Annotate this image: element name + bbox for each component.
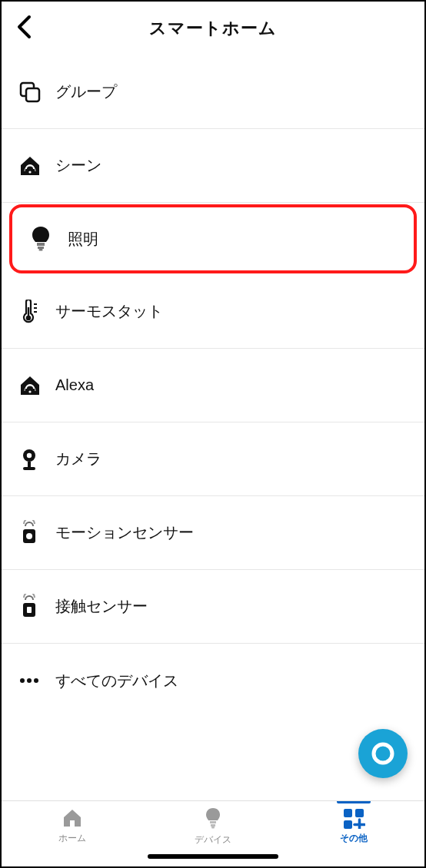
- alexa-home-icon: [18, 375, 55, 396]
- svg-rect-15: [23, 467, 35, 470]
- chevron-left-icon: [15, 15, 32, 39]
- svg-rect-1: [26, 88, 39, 101]
- menu-item-thermostat[interactable]: サーモスタット: [2, 275, 424, 349]
- menu-item-label: カメラ: [55, 449, 102, 469]
- alexa-voice-button[interactable]: [358, 729, 408, 778]
- svg-point-21: [27, 678, 32, 683]
- grid-plus-icon: [342, 807, 365, 829]
- bottom-nav-label: デバイス: [195, 833, 231, 846]
- menu-list: グループ シーン 照明 サーモスタット Alexa: [2, 55, 424, 800]
- svg-rect-27: [344, 809, 352, 817]
- menu-item-camera[interactable]: カメラ: [2, 422, 424, 496]
- page-title: スマートホーム: [149, 17, 277, 40]
- menu-item-label: グループ: [55, 81, 117, 102]
- svg-point-23: [374, 744, 392, 763]
- menu-item-lights[interactable]: 照明: [9, 204, 417, 273]
- bottom-nav-label: その他: [340, 832, 368, 845]
- scene-icon: [18, 155, 55, 177]
- svg-point-11: [28, 390, 31, 393]
- menu-item-contact[interactable]: 接触センサー: [2, 570, 424, 644]
- bottom-nav-devices[interactable]: デバイス: [167, 807, 259, 846]
- svg-point-22: [34, 678, 38, 683]
- device-bulb-icon: [205, 807, 221, 830]
- svg-point-2: [28, 171, 31, 173]
- menu-item-label: 照明: [68, 229, 98, 250]
- svg-point-17: [26, 533, 32, 539]
- active-indicator: [337, 801, 371, 803]
- svg-rect-28: [355, 809, 364, 817]
- bottom-nav-label: ホーム: [58, 832, 86, 845]
- back-button[interactable]: [15, 15, 32, 42]
- svg-rect-26: [211, 827, 215, 829]
- svg-rect-29: [344, 820, 352, 829]
- svg-rect-5: [39, 249, 43, 251]
- menu-item-label: 接触センサー: [55, 596, 148, 617]
- svg-rect-4: [38, 247, 44, 249]
- svg-point-13: [27, 452, 32, 457]
- menu-item-motion[interactable]: モーションセンサー: [2, 496, 424, 570]
- menu-item-groups[interactable]: グループ: [2, 55, 424, 129]
- menu-item-all-devices[interactable]: すべてのデバイス: [2, 644, 424, 717]
- svg-rect-24: [210, 821, 216, 823]
- menu-item-label: すべてのデバイス: [55, 671, 178, 691]
- more-icon: [18, 677, 55, 684]
- menu-item-label: Alexa: [55, 376, 94, 394]
- camera-icon: [18, 447, 55, 472]
- home-indicator: [148, 854, 278, 859]
- motion-sensor-icon: [18, 520, 55, 546]
- home-icon: [61, 807, 84, 829]
- bottom-nav-other[interactable]: その他: [308, 807, 400, 845]
- svg-point-20: [20, 678, 25, 683]
- menu-item-scenes[interactable]: シーン: [2, 129, 424, 203]
- bulb-icon: [31, 226, 68, 252]
- bottom-nav-home[interactable]: ホーム: [26, 807, 118, 845]
- svg-rect-25: [211, 824, 215, 827]
- thermometer-icon: [18, 300, 55, 324]
- svg-rect-3: [37, 243, 45, 246]
- screen: スマートホーム グループ シーン 照明 サーモスタット: [0, 0, 426, 868]
- menu-item-label: サーモスタット: [55, 301, 163, 322]
- svg-rect-19: [27, 607, 32, 613]
- menu-item-label: シーン: [55, 155, 102, 176]
- svg-rect-14: [28, 462, 31, 467]
- alexa-ring-icon: [369, 740, 397, 767]
- header: スマートホーム: [2, 2, 424, 55]
- menu-item-label: モーションセンサー: [55, 522, 194, 543]
- menu-item-alexa[interactable]: Alexa: [2, 349, 424, 422]
- contact-sensor-icon: [18, 594, 55, 620]
- groups-icon: [18, 81, 55, 104]
